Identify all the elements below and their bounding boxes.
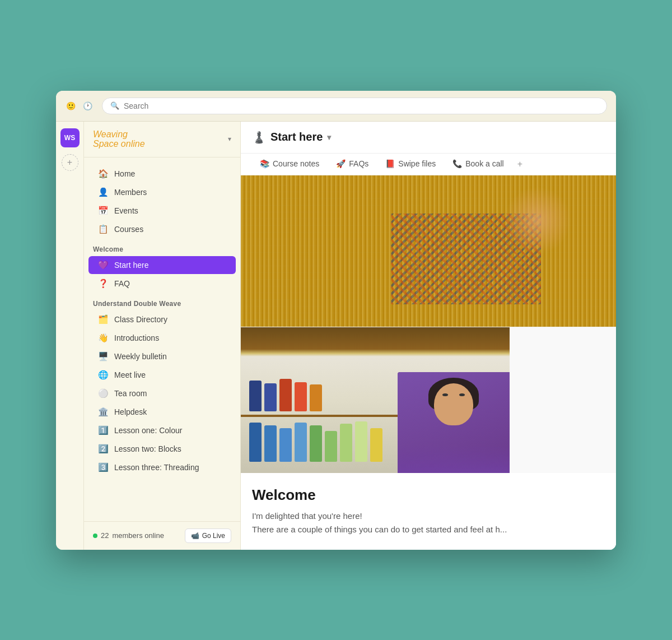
cone-red2 [295, 382, 307, 411]
sidebar-item-start-here[interactable]: 💜 Start here [88, 256, 236, 274]
sidebar-item-label: Members [114, 188, 147, 197]
sidebar-item-weekly-bulletin[interactable]: 🖥️ Weekly bulletin [88, 347, 236, 365]
cone-dark1 [249, 381, 262, 411]
video-thumbnail[interactable] [241, 327, 510, 473]
sidebar-item-class-directory[interactable]: 🗂️ Class Directory [88, 310, 236, 328]
cone-blue3 [279, 428, 292, 462]
cone-yellow1 [355, 421, 367, 462]
content-title-icon: ♟️ [252, 131, 266, 144]
search-input[interactable] [124, 101, 599, 110]
instructor-glasses-left [442, 393, 448, 396]
home-icon: 🏠 [97, 169, 109, 179]
sidebar-item-label: Tea room [114, 389, 147, 398]
workspace-name: Weaving Space online [93, 129, 145, 149]
title-chevron-icon[interactable]: ▾ [327, 133, 331, 142]
sidebar-item-label: FAQ [114, 279, 130, 288]
sidebar-item-lesson-one[interactable]: 1️⃣ Lesson one: Colour [88, 421, 236, 439]
helpdesk-icon: 🏛️ [97, 407, 109, 417]
browser-toolbar: 🙂 🕐 🔍 [56, 91, 616, 122]
tab-swipe-files[interactable]: 📕 Swipe files [377, 154, 444, 175]
meet-live-icon: 🌐 [97, 370, 109, 380]
sidebar-item-members[interactable]: 👤 Members [88, 183, 236, 201]
sidebar-item-label: Home [114, 169, 135, 178]
tab-add-button[interactable]: + [513, 154, 527, 175]
tab-book-call[interactable]: 📞 Book a call [445, 154, 511, 175]
section-double-weave-label: Understand Double Weave [84, 293, 240, 310]
sidebar-item-label: Helpdesk [114, 407, 147, 416]
sidebar-item-label: Weekly bulletin [114, 352, 167, 361]
add-workspace-button[interactable]: + [62, 154, 78, 171]
welcome-text-line1: I'm delighted that you're here! [252, 509, 605, 523]
sidebar-item-events[interactable]: 📅 Events [88, 202, 236, 220]
sidebar-item-label: Events [114, 206, 138, 215]
cone-green3 [340, 424, 352, 462]
sidebar-item-label: Meet live [114, 370, 146, 379]
search-bar[interactable]: 🔍 [102, 98, 607, 114]
introductions-icon: 👋 [97, 333, 109, 343]
cone-green1 [310, 425, 322, 462]
workspace-avatar[interactable]: WS [60, 128, 80, 147]
sidebar-item-helpdesk[interactable]: 🏛️ Helpdesk [88, 403, 236, 421]
sidebar-chevron-icon[interactable]: ▾ [228, 135, 231, 143]
lesson-two-icon: 2️⃣ [97, 444, 109, 454]
online-label: members online [112, 531, 164, 540]
video-section [241, 327, 616, 473]
sidebar-footer: 22 members online 📹 Go Live [84, 521, 240, 550]
members-icon: 👤 [97, 187, 109, 197]
app-layout: WS + Weaving Space online ▾ 🏠 Hom [56, 122, 616, 550]
section-welcome-label: Welcome [84, 239, 240, 256]
instructor-shirt [398, 445, 510, 473]
bulletin-icon: 🖥️ [97, 351, 109, 361]
instructor-overlay [398, 372, 510, 473]
sidebar-item-faq[interactable]: ❓ FAQ [88, 275, 236, 293]
book-call-icon: 📞 [452, 159, 462, 168]
history-icon[interactable]: 🕐 [82, 100, 93, 112]
events-icon: 📅 [97, 206, 109, 216]
sidebar-nav: 🏠 Home 👤 Members 📅 Events 📋 Courses Welc… [84, 157, 240, 521]
cone-blue4 [295, 423, 307, 462]
sidebar-item-tea-room[interactable]: ⚪ Tea room [88, 384, 236, 402]
tea-room-icon: ⚪ [97, 388, 109, 398]
sidebar-item-label: Courses [114, 225, 143, 234]
instructor-face [434, 383, 473, 425]
sidebar-item-label: Lesson one: Colour [114, 426, 182, 435]
sidebar-item-label: Lesson two: Blocks [114, 444, 181, 453]
faqs-icon: 🚀 [336, 159, 346, 168]
tab-course-notes[interactable]: 📚 Course notes [252, 154, 327, 175]
browser-icons: 🙂 🕐 [65, 100, 93, 112]
emoji-icon[interactable]: 🙂 [65, 100, 76, 112]
class-directory-icon: 🗂️ [97, 314, 109, 324]
lesson-three-icon: 3️⃣ [97, 462, 109, 472]
faq-icon: ❓ [97, 279, 109, 289]
sidebar-item-home[interactable]: 🏠 Home [88, 165, 236, 183]
sidebar-item-label: Lesson three: Threading [114, 463, 199, 472]
welcome-section: Welcome I'm delighted that you're here! … [241, 473, 616, 550]
go-live-button[interactable]: 📹 Go Live [185, 528, 231, 543]
sidebar-item-lesson-two[interactable]: 2️⃣ Lesson two: Blocks [88, 440, 236, 458]
cone-red1 [279, 379, 292, 411]
sidebar-header: Weaving Space online ▾ [84, 122, 240, 157]
welcome-title: Welcome [252, 486, 605, 504]
sidebar-item-lesson-three[interactable]: 3️⃣ Lesson three: Threading [88, 458, 236, 476]
icon-sidebar: WS + [56, 122, 84, 550]
hero-image [241, 175, 616, 327]
sidebar-item-meet-live[interactable]: 🌐 Meet live [88, 366, 236, 384]
weave-svg [241, 175, 616, 327]
online-status: 22 members online [93, 531, 164, 540]
cone-orange1 [310, 384, 322, 411]
logo-area: Weaving Space online [93, 129, 145, 149]
instructor-glasses-right [459, 393, 465, 396]
welcome-text-line2: There are a couple of things you can do … [252, 523, 605, 536]
video-icon: 📹 [191, 532, 199, 540]
svg-rect-1 [241, 175, 616, 327]
cone-green2 [325, 431, 337, 462]
browser-window: 🙂 🕐 🔍 WS + Weaving Space online [56, 91, 616, 550]
start-here-icon: 💜 [97, 260, 109, 270]
course-notes-icon: 📚 [260, 159, 269, 168]
sidebar-item-introductions[interactable]: 👋 Introductions [88, 329, 236, 347]
cone-dark2 [264, 383, 277, 411]
sidebar-item-courses[interactable]: 📋 Courses [88, 220, 236, 238]
sidebar-item-label: Start here [114, 261, 148, 270]
sidebar-item-label: Introductions [114, 333, 159, 342]
tab-faqs[interactable]: 🚀 FAQs [328, 154, 376, 175]
